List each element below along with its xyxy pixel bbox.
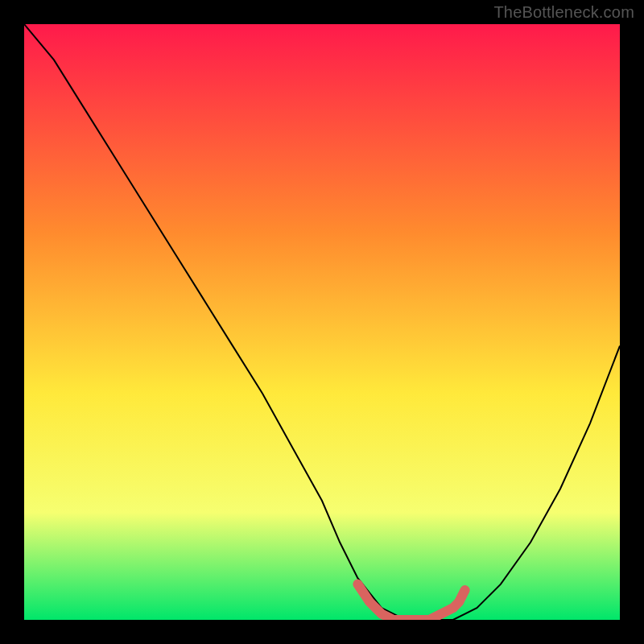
plot-area xyxy=(24,24,620,620)
chart-frame: TheBottleneck.com xyxy=(0,0,644,644)
gradient-background xyxy=(24,24,620,620)
watermark-text: TheBottleneck.com xyxy=(493,3,634,22)
bottleneck-chart xyxy=(24,24,620,620)
